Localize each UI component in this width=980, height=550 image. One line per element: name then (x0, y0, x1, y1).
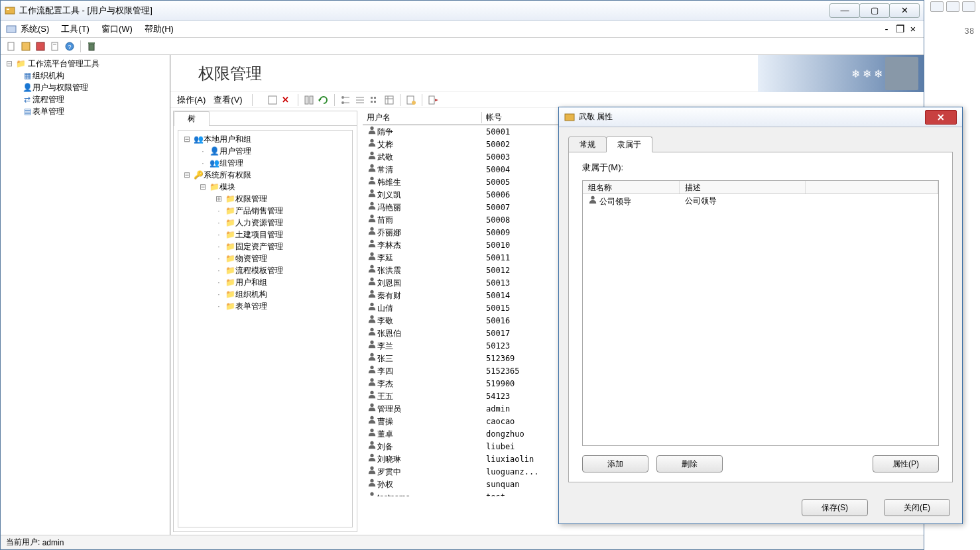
trash-icon[interactable] (86, 41, 97, 52)
svg-point-46 (370, 278, 373, 281)
perm-tree-module-item[interactable]: ·📁组织机构 (213, 288, 349, 300)
tb-icon-7[interactable] (369, 95, 380, 105)
maximize-button[interactable]: ▢ (859, 3, 890, 18)
col-group-desc[interactable]: 描述 (680, 181, 806, 193)
new-icon[interactable] (6, 41, 17, 52)
svg-point-53 (370, 366, 373, 369)
perm-tree-module-item[interactable]: ·📁人力资源管理 (213, 217, 349, 229)
perm-tree-user-mgmt[interactable]: ·👤用户管理 (197, 145, 349, 157)
tb-icon-8[interactable] (384, 95, 395, 105)
mdi-close-button[interactable]: × (908, 23, 918, 35)
menu-bar: 系统(S) 工具(T) 窗口(W) 帮助(H) - ❐ × (1, 21, 924, 38)
tree-root[interactable]: ⊟📁 工作流平台管理工具 (3, 58, 167, 70)
perm-tree-module-item[interactable]: ⊞📁权限管理 (213, 193, 349, 205)
close-button[interactable]: 关闭(E) (884, 499, 950, 516)
perm-tree-all[interactable]: ⊟🔑系统所有权限 (181, 169, 349, 181)
tree-item-user-perm[interactable]: 👤用户与权限管理 (22, 82, 167, 93)
tree-item-flow[interactable]: ⇄流程管理 (22, 93, 167, 105)
menu-tools[interactable]: 工具(T) (61, 23, 90, 35)
mdi-restore-button[interactable]: ❐ (894, 23, 905, 35)
svg-rect-23 (371, 97, 373, 99)
user-icon (367, 289, 377, 300)
main-toolbar: ? (1, 38, 924, 55)
user-icon (367, 364, 377, 376)
tab-belongs-to[interactable]: 隶属于 (606, 137, 652, 152)
svg-point-31 (412, 101, 416, 105)
menu-system[interactable]: 系统(S) (21, 23, 49, 35)
user-icon (367, 352, 377, 363)
svg-rect-1 (7, 9, 9, 10)
perm-tree-module-item[interactable]: ·📁表单管理 (213, 300, 349, 312)
properties-icon[interactable] (406, 95, 416, 105)
svg-rect-3 (8, 42, 14, 50)
tb-icon-6[interactable] (355, 95, 365, 105)
col-username[interactable]: 用户名 (363, 112, 482, 123)
perm-tree-module-item[interactable]: ·📁物资管理 (213, 252, 349, 264)
perm-tree-module-item[interactable]: ·📁用户和组 (213, 276, 349, 288)
tree-item-org[interactable]: ▦组织机构 (22, 70, 167, 82)
svg-point-42 (370, 227, 373, 231)
toolbar-separator (422, 94, 422, 106)
minimize-button[interactable]: — (829, 3, 860, 18)
user-icon (367, 201, 377, 212)
svg-point-40 (370, 202, 373, 205)
refresh-icon[interactable] (318, 95, 329, 105)
delete-icon[interactable]: ✕ (282, 95, 292, 105)
tb-icon-5[interactable] (340, 95, 351, 105)
bg-btn-1 (930, 1, 944, 12)
perm-tree-module-item[interactable]: ·📁土建项目管理 (213, 229, 349, 241)
window-controls: — ▢ ✕ (830, 3, 920, 18)
tab-general[interactable]: 常规 (568, 137, 607, 152)
perm-tree-local[interactable]: ⊟👥本地用户和组 (181, 133, 349, 145)
perm-tree-group-mgmt[interactable]: ·👥组管理 (197, 157, 349, 169)
svg-rect-65 (565, 114, 574, 121)
tree-item-form[interactable]: ▤表单管理 (22, 105, 167, 117)
user-icon (367, 314, 377, 325)
save-button[interactable]: 保存(S) (802, 499, 868, 516)
menu-help[interactable]: 帮助(H) (145, 23, 174, 35)
banner-image: ❄ ❄ ❄ (758, 55, 924, 92)
menu-window[interactable]: 窗口(W) (101, 23, 133, 35)
export-icon[interactable] (428, 95, 438, 105)
user-icon (367, 478, 377, 489)
page-title: 权限管理 (198, 63, 262, 84)
col-group-name[interactable]: 组名称 (583, 181, 680, 193)
close-button[interactable]: ✕ (889, 3, 920, 18)
group-list[interactable]: 组名称 描述 公司领导公司领导 (582, 180, 939, 446)
window-title: 工作流配置工具 - [用户与权限管理] (19, 5, 153, 17)
perm-tree-module[interactable]: ⊟📁模块 (197, 181, 349, 193)
svg-point-35 (370, 139, 373, 142)
delete-button[interactable]: 删除 (656, 455, 723, 472)
tab-tree[interactable]: 树 (174, 111, 210, 126)
tb-icon-3[interactable] (304, 95, 314, 105)
user-icon (367, 163, 377, 174)
svg-point-63 (370, 492, 373, 496)
toolbar-separator (400, 94, 400, 106)
help-icon[interactable]: ? (64, 41, 75, 52)
add-button[interactable]: 添加 (582, 455, 648, 472)
user-icon (367, 213, 377, 225)
svg-point-16 (341, 96, 344, 99)
properties-dialog: 武敬 属性 ✕ 常规 隶属于 隶属于(M): 组名称 描述 公司领导公司领导 添… (558, 107, 963, 524)
svg-point-39 (370, 190, 373, 193)
tool-icon-3[interactable] (35, 41, 46, 52)
tb-icon-1[interactable] (267, 95, 278, 105)
user-icon (367, 226, 377, 237)
group-row[interactable]: 公司领导公司领导 (583, 194, 938, 207)
title-bar: 工作流配置工具 - [用户与权限管理] — ▢ ✕ (1, 1, 924, 21)
svg-point-38 (370, 177, 373, 180)
properties-button[interactable]: 属性(P) (873, 455, 939, 472)
banner: 权限管理 ❄ ❄ ❄ (170, 55, 924, 92)
perm-tree-module-item[interactable]: ·📁产品销售管理 (213, 205, 349, 217)
svg-point-48 (370, 303, 373, 306)
tool-icon-2[interactable] (21, 41, 31, 52)
sub-menu-view[interactable]: 查看(V) (214, 94, 242, 106)
svg-point-62 (370, 479, 373, 482)
perm-tree-module-item[interactable]: ·📁固定资产管理 (213, 241, 349, 252)
tool-icon-4[interactable] (50, 41, 60, 52)
dialog-close-button[interactable]: ✕ (925, 110, 957, 125)
perm-tree-module-item[interactable]: ·📁流程模板管理 (213, 264, 349, 276)
dialog-title-bar[interactable]: 武敬 属性 ✕ (559, 107, 962, 127)
sub-menu-action[interactable]: 操作(A) (177, 94, 206, 106)
mdi-minimize-button[interactable]: - (881, 23, 892, 35)
